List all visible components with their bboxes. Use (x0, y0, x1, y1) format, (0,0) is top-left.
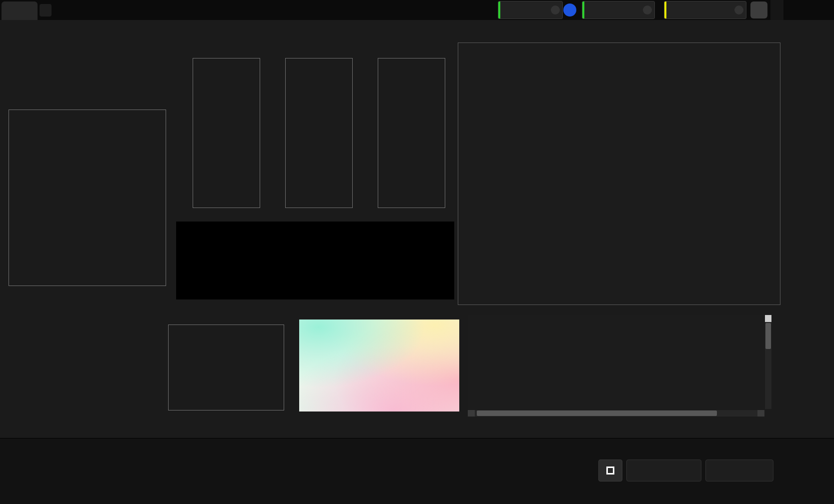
delta-l-chart (176, 49, 262, 220)
delta-l-plot (193, 58, 260, 208)
add-tab-button[interactable] (40, 4, 52, 16)
table-vscrollbar[interactable] (765, 315, 771, 409)
delta-h-plot (378, 58, 445, 208)
meter-dropdown[interactable] (498, 1, 563, 19)
chevron-down-icon[interactable] (643, 6, 652, 14)
delta-c-plot (285, 58, 353, 208)
source-labels (584, 9, 641, 11)
top-bar (0, 0, 834, 20)
meter-labels (500, 9, 549, 11)
nav-row (598, 460, 773, 482)
rgb-balance-ylabels (148, 324, 166, 410)
chevron-down-icon[interactable] (734, 6, 743, 14)
deltae2000-plot (9, 110, 166, 286)
actual-row-label (177, 225, 184, 257)
bottom-bar (0, 438, 834, 504)
hscroll-thumb[interactable] (477, 410, 717, 416)
scroll-left-icon[interactable] (468, 410, 475, 416)
source-dropdown[interactable] (582, 1, 655, 19)
delta-l-ylabels (176, 58, 190, 208)
cie1931-field (299, 320, 459, 412)
display-control-dropdown[interactable] (664, 1, 746, 19)
history-tab[interactable] (2, 2, 38, 20)
delta-h-ylabels (361, 58, 375, 208)
cie1976-panel (458, 42, 780, 305)
display-labels (666, 9, 732, 11)
collapse-panel-icon[interactable] (770, 0, 783, 20)
scroll-up-icon[interactable] (765, 315, 771, 322)
next-button[interactable] (705, 460, 773, 482)
gear-icon[interactable] (750, 2, 767, 18)
cie1976-canvas (458, 43, 780, 304)
scroll-right-icon[interactable] (757, 410, 764, 416)
table-hscrollbar[interactable] (468, 410, 764, 416)
gamut-coverage (759, 275, 763, 285)
delta-c-chart (268, 49, 354, 220)
vscroll-thumb[interactable] (765, 323, 771, 349)
chevron-down-icon[interactable] (551, 6, 560, 14)
target-row-label (177, 258, 184, 288)
results-table (468, 315, 764, 409)
back-button[interactable] (626, 460, 701, 482)
pattern-window-button[interactable] (598, 460, 622, 482)
deltae2000-axis (9, 289, 176, 296)
actual-target-swatches (176, 222, 454, 300)
delta-h-chart (361, 49, 447, 220)
rgb-balance-plot (168, 324, 284, 410)
square-icon (606, 466, 614, 474)
reading-count-badge (563, 4, 576, 16)
calman-app (0, 0, 834, 504)
reading-xy (7, 358, 33, 370)
delta-c-ylabels (268, 58, 282, 208)
